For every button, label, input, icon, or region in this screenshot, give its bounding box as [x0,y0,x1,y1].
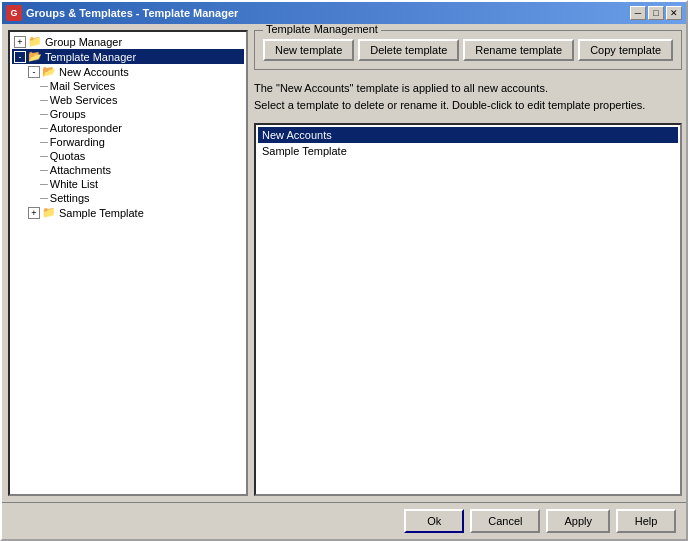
tree-item-group-manager[interactable]: + 📁 Group Manager [12,34,244,49]
window-icon: G [6,5,22,21]
template-item-sample-template[interactable]: Sample Template [258,143,678,159]
toggle-group-manager[interactable]: + [14,36,26,48]
info-text: The "New Accounts" template is applied t… [254,76,682,117]
ok-button[interactable]: Ok [404,509,464,533]
tree-label-group-manager: Group Manager [45,36,122,48]
dash-mail: ─ [40,80,48,92]
tree-item-template-manager[interactable]: - 📂 Template Manager [12,49,244,64]
tree-item-white-list[interactable]: ─ White List [12,177,244,191]
toolbar: New template Delete template Rename temp… [263,35,673,61]
tree-item-settings[interactable]: ─ Settings [12,191,244,205]
toggle-sample-template[interactable]: + [28,207,40,219]
tree-item-web-services[interactable]: ─ Web Services [12,93,244,107]
tree-item-autoresponder[interactable]: ─ Autoresponder [12,121,244,135]
folder-open-icon: 📂 [28,50,42,63]
tree-item-mail-services[interactable]: ─ Mail Services [12,79,244,93]
template-item-new-accounts[interactable]: New Accounts [258,127,678,143]
dash-forwarding: ─ [40,136,48,148]
delete-template-button[interactable]: Delete template [358,39,459,61]
tree-label-template-manager: Template Manager [45,51,136,63]
minimize-button[interactable]: ─ [630,6,646,20]
dash-settings: ─ [40,192,48,204]
tree-label-settings: Settings [50,192,90,204]
tree-label-attachments: Attachments [50,164,111,176]
dash-web: ─ [40,94,48,106]
tree-label-web-services: Web Services [50,94,118,106]
window-title: Groups & Templates - Template Manager [26,7,630,19]
tree-item-sample-template[interactable]: + 📁 Sample Template [12,205,244,220]
copy-template-button[interactable]: Copy template [578,39,673,61]
tree-panel[interactable]: + 📁 Group Manager - 📂 Template Manager -… [8,30,248,496]
tree-label-white-list: White List [50,178,98,190]
folder-icon: 📁 [28,35,42,48]
dash-autoresponder: ─ [40,122,48,134]
info-line2: Select a template to delete or rename it… [254,97,682,114]
bottom-bar: Ok Cancel Apply Help [2,502,686,539]
main-window: G Groups & Templates - Template Manager … [0,0,688,541]
group-label: Template Management [263,24,381,35]
template-management-group: Template Management New template Delete … [254,30,682,70]
toggle-template-manager[interactable]: - [14,51,26,63]
tree-label-groups: Groups [50,108,86,120]
new-template-button[interactable]: New template [263,39,354,61]
tree-item-forwarding[interactable]: ─ Forwarding [12,135,244,149]
right-panel: Template Management New template Delete … [254,30,682,496]
rename-template-button[interactable]: Rename template [463,39,574,61]
sample-template-folder-icon: 📁 [42,206,56,219]
tree-item-quotas[interactable]: ─ Quotas [12,149,244,163]
main-content: + 📁 Group Manager - 📂 Template Manager -… [2,24,686,502]
tree-label-sample-template: Sample Template [59,207,144,219]
tree-item-new-accounts[interactable]: - 📂 New Accounts [12,64,244,79]
title-bar-buttons: ─ □ ✕ [630,6,682,20]
tree-label-forwarding: Forwarding [50,136,105,148]
help-button[interactable]: Help [616,509,676,533]
maximize-button[interactable]: □ [648,6,664,20]
close-button[interactable]: ✕ [666,6,682,20]
dash-quotas: ─ [40,150,48,162]
toggle-new-accounts[interactable]: - [28,66,40,78]
dash-attachments: ─ [40,164,48,176]
tree-label-new-accounts: New Accounts [59,66,129,78]
template-list[interactable]: New Accounts Sample Template [254,123,682,496]
tree-label-quotas: Quotas [50,150,85,162]
apply-button[interactable]: Apply [546,509,610,533]
dash-groups: ─ [40,108,48,120]
title-bar: G Groups & Templates - Template Manager … [2,2,686,24]
cancel-button[interactable]: Cancel [470,509,540,533]
tree-label-mail-services: Mail Services [50,80,115,92]
tree-item-attachments[interactable]: ─ Attachments [12,163,244,177]
tree-item-groups[interactable]: ─ Groups [12,107,244,121]
dash-whitelist: ─ [40,178,48,190]
new-accounts-folder-icon: 📂 [42,65,56,78]
tree-label-autoresponder: Autoresponder [50,122,122,134]
info-line1: The "New Accounts" template is applied t… [254,80,682,97]
